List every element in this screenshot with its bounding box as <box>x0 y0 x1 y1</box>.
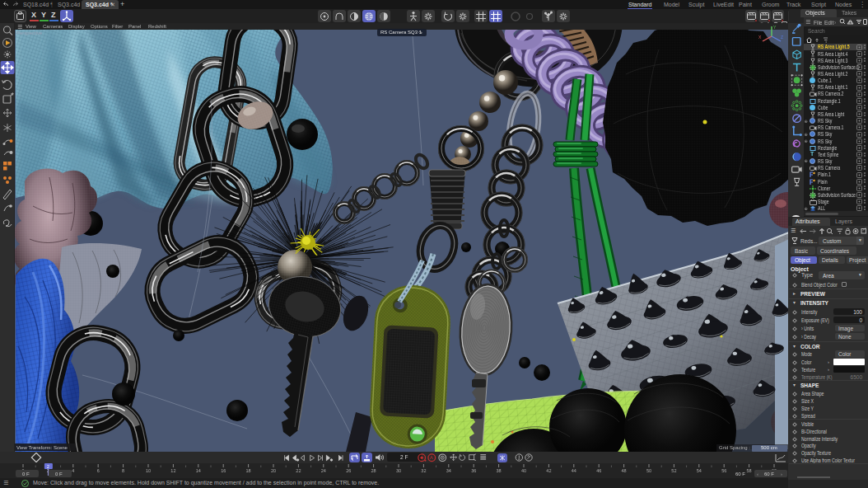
svg-text:14: 14 <box>196 468 201 473</box>
svg-text:4: 4 <box>72 468 74 473</box>
svg-text:20: 20 <box>271 468 276 473</box>
svg-text:28: 28 <box>371 468 376 473</box>
svg-text:52: 52 <box>671 468 676 473</box>
svg-text:6: 6 <box>97 468 100 473</box>
svg-text:46: 46 <box>596 468 601 473</box>
svg-text:22: 22 <box>296 468 301 473</box>
svg-text:12: 12 <box>170 468 175 473</box>
svg-text:38: 38 <box>497 468 502 473</box>
svg-text:10: 10 <box>146 468 151 473</box>
svg-text:X: X <box>758 35 762 40</box>
svg-text:40: 40 <box>521 468 526 473</box>
svg-text:24: 24 <box>321 468 326 473</box>
svg-text:8: 8 <box>122 468 124 473</box>
svg-text:50: 50 <box>646 468 651 473</box>
svg-text:Y: Y <box>773 25 777 30</box>
svg-text:A: A <box>430 455 434 460</box>
svg-text:Z: Z <box>781 35 783 40</box>
svg-text:58: 58 <box>747 468 752 473</box>
svg-text:30: 30 <box>396 468 401 473</box>
svg-text:48: 48 <box>622 468 627 473</box>
svg-text:36: 36 <box>471 468 476 473</box>
svg-text:16: 16 <box>221 468 226 473</box>
svg-text:18: 18 <box>246 468 251 473</box>
svg-text:54: 54 <box>697 468 702 473</box>
svg-text:32: 32 <box>421 468 426 473</box>
svg-text:26: 26 <box>346 468 351 473</box>
svg-text:56: 56 <box>721 468 726 473</box>
svg-text:34: 34 <box>446 468 451 473</box>
svg-text:42: 42 <box>546 468 551 473</box>
svg-text:44: 44 <box>572 468 576 473</box>
svg-text:2: 2 <box>47 464 49 469</box>
